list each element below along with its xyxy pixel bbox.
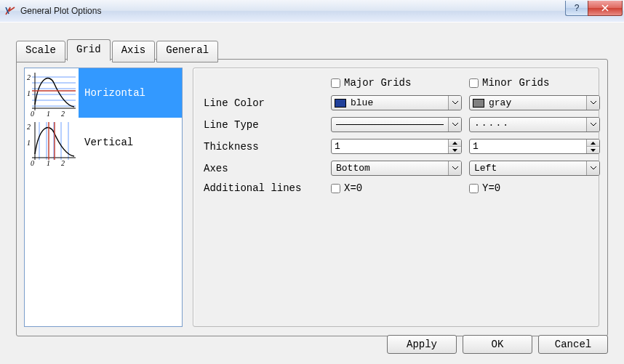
dialog-buttons: Apply OK Cancel: [387, 335, 608, 354]
svg-text:2: 2: [61, 159, 65, 167]
y-zero-checkbox[interactable]: Y=0: [469, 182, 600, 194]
major-axes-select[interactable]: Bottom: [331, 161, 462, 176]
minor-grids-checkbox[interactable]: Minor Grids: [469, 77, 600, 89]
svg-text:2: 2: [61, 110, 65, 118]
window-title: General Plot Options: [20, 6, 101, 16]
client-area: Scale Grid Axis General 2: [0, 22, 624, 364]
minor-thickness-input[interactable]: [470, 141, 586, 152]
svg-text:2: 2: [27, 123, 31, 131]
combo-text: Left: [470, 163, 586, 174]
spin-up-icon[interactable]: [449, 139, 461, 147]
spin-down-icon[interactable]: [449, 147, 461, 153]
svg-text:1: 1: [27, 139, 31, 147]
chevron-down-icon: [448, 161, 461, 175]
y-zero-check-input[interactable]: [469, 184, 479, 193]
line-style-dotted-icon: .....: [474, 122, 582, 128]
label-additional-lines: Additional lines: [204, 182, 324, 194]
svg-text:0: 0: [31, 159, 34, 167]
list-item-label: Vertical: [79, 137, 182, 148]
minor-line-type-select[interactable]: .....: [469, 117, 600, 132]
close-button[interactable]: [588, 1, 623, 16]
combo-text: blue: [349, 97, 448, 108]
svg-text:1: 1: [27, 89, 31, 97]
major-thickness-spinner[interactable]: [331, 139, 462, 154]
major-line-color-select[interactable]: blue: [331, 95, 462, 110]
major-grids-label: Major Grids: [344, 77, 411, 89]
chevron-down-icon: [448, 96, 461, 110]
combo-text: Bottom: [332, 163, 448, 174]
chevron-down-icon: [586, 161, 599, 175]
x-zero-label: X=0: [344, 182, 362, 194]
tab-scale[interactable]: Scale: [16, 41, 65, 62]
tab-grid[interactable]: Grid: [67, 39, 111, 61]
svg-text:1: 1: [47, 110, 50, 118]
thumb-vertical-grid-icon: 2 1 0 1 2: [25, 118, 79, 167]
svg-text:1: 1: [47, 159, 50, 167]
spinner-buttons[interactable]: [586, 139, 599, 153]
chevron-down-icon: [586, 96, 599, 110]
chevron-down-icon: [586, 118, 599, 132]
spin-up-icon[interactable]: [587, 139, 599, 147]
label-line-color: Line Color: [204, 97, 324, 109]
grid-properties-panel: Major Grids Minor Grids Line Color blue …: [193, 68, 599, 327]
titlebar: General Plot Options ?: [0, 0, 624, 23]
color-swatch-icon: [335, 99, 346, 108]
major-grids-check-input[interactable]: [331, 78, 340, 88]
cancel-button[interactable]: Cancel: [538, 335, 608, 354]
label-line-type: Line Type: [204, 119, 324, 131]
tab-axis[interactable]: Axis: [112, 41, 156, 62]
tab-general[interactable]: General: [156, 41, 218, 62]
color-swatch-icon: [473, 99, 484, 108]
minor-grids-label: Minor Grids: [482, 77, 549, 89]
spin-down-icon[interactable]: [587, 147, 599, 153]
chevron-down-icon: [448, 118, 461, 132]
y-zero-label: Y=0: [482, 182, 500, 194]
label-thickness: Thickness: [204, 141, 324, 153]
list-item-vertical[interactable]: 2 1 0 1 2 Vertical: [25, 118, 182, 167]
app-icon: [4, 5, 16, 17]
combo-text: gray: [487, 97, 586, 108]
window-buttons: ?: [565, 1, 623, 15]
list-item-label: Horizontal: [79, 87, 182, 99]
apply-button[interactable]: Apply: [387, 335, 457, 354]
label-axes: Axes: [204, 163, 324, 174]
major-line-type-select[interactable]: [331, 117, 462, 132]
spinner-buttons[interactable]: [448, 139, 461, 153]
help-button[interactable]: ?: [565, 1, 588, 16]
ok-button[interactable]: OK: [463, 335, 532, 354]
major-grids-checkbox[interactable]: Major Grids: [331, 77, 462, 89]
tabstrip: Scale Grid Axis General: [16, 39, 220, 60]
x-zero-check-input[interactable]: [331, 184, 340, 193]
line-style-solid-icon: [336, 124, 444, 125]
minor-line-color-select[interactable]: gray: [469, 95, 600, 110]
major-thickness-input[interactable]: [332, 141, 448, 152]
minor-axes-select[interactable]: Left: [469, 161, 600, 176]
grid-orientation-list[interactable]: 2 1 0 1 2 Horizontal: [24, 68, 183, 327]
x-zero-checkbox[interactable]: X=0: [331, 182, 462, 194]
svg-text:0: 0: [31, 110, 34, 118]
minor-grids-check-input[interactable]: [469, 78, 479, 88]
list-item-horizontal[interactable]: 2 1 0 1 2 Horizontal: [25, 68, 182, 118]
thumb-horizontal-grid-icon: 2 1 0 1 2: [25, 68, 79, 118]
minor-thickness-spinner[interactable]: [469, 139, 600, 154]
svg-text:2: 2: [27, 73, 31, 81]
